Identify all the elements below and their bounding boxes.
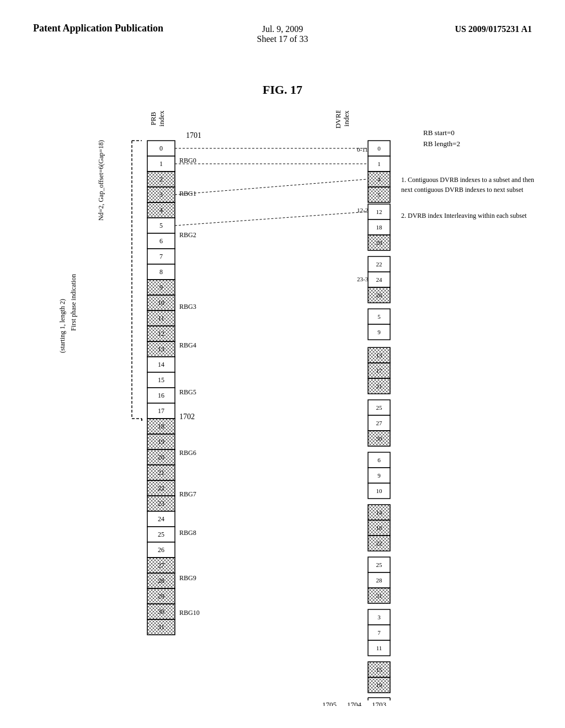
diagram-svg: PRB index 1701 0 1 RBG0 2 3 RBG1 4 5 xyxy=(22,110,554,706)
cell-1: 1 xyxy=(159,160,163,168)
note-1-text-2: next contiguous DVRB indexes to next sub… xyxy=(401,186,524,194)
cell-3: 3 xyxy=(159,191,163,199)
cell-21: 21 xyxy=(158,469,164,477)
prb-index-label: PRB xyxy=(149,111,157,125)
figure-title: FIG. 17 xyxy=(0,83,565,97)
cell-16: 16 xyxy=(158,392,164,399)
note-2-text: 2. DVRB index Interleaving within each s… xyxy=(401,212,527,220)
dvrb-30: 5 xyxy=(377,313,381,320)
header: Patent Application Publication Jul. 9, 2… xyxy=(0,22,565,44)
cell-6: 6 xyxy=(159,237,163,245)
publication-date: Jul. 9, 2009 Sheet 17 of 33 xyxy=(199,22,365,44)
label-1704: 1704 xyxy=(347,700,362,706)
cell-29: 29 xyxy=(158,592,164,600)
dvrb-90: 3 xyxy=(377,614,381,620)
cell-19: 19 xyxy=(158,438,164,446)
cell-31: 31 xyxy=(158,623,164,631)
cell-0: 0 xyxy=(159,144,163,152)
cell-15: 15 xyxy=(158,376,164,384)
rbg2-label: RBG2 xyxy=(179,231,196,239)
cell-17: 17 xyxy=(158,407,164,415)
cell-12: 12 xyxy=(158,330,164,338)
cell-20: 20 xyxy=(158,453,164,461)
cell-2: 2 xyxy=(159,175,163,183)
svg-line-73 xyxy=(175,212,367,226)
prb-index-label2: index xyxy=(157,110,166,126)
starting-label: (starting 1, length 2) xyxy=(58,299,66,353)
dvrb-13: 18 xyxy=(376,224,383,231)
cell-10: 10 xyxy=(158,299,164,307)
note-1-text: 1. Contiguous DVRB indexes to a subset a… xyxy=(401,176,534,184)
dvrb-21: 24 xyxy=(376,276,383,283)
cell-23: 23 xyxy=(158,500,164,507)
dvrb-20: 22 xyxy=(376,261,382,267)
cell-26: 26 xyxy=(158,546,164,554)
dvrb-80: 25 xyxy=(376,561,383,568)
dvrb-0: 0 xyxy=(377,145,381,152)
dvrb-50: 25 xyxy=(376,404,383,411)
cell-14: 14 xyxy=(158,361,164,368)
dvrb-3: 5 xyxy=(377,191,381,198)
cell-28: 28 xyxy=(158,577,164,585)
dvrb-40: 13 xyxy=(376,352,383,358)
dvrb-82: 31 xyxy=(376,592,382,599)
cell-9: 9 xyxy=(159,283,163,291)
dvrb-range-0-11: 0-11 xyxy=(357,146,368,153)
dvrb-52: 30 xyxy=(376,435,383,442)
dvrb-60: 6 xyxy=(377,457,381,463)
dvrb-31: 9 xyxy=(377,329,381,335)
rbg4-label: RBG4 xyxy=(179,341,196,349)
dvrb-index-label: DVRB xyxy=(334,110,342,129)
rbg7-label: RBG7 xyxy=(179,490,196,498)
dvrb-62: 10 xyxy=(376,488,383,494)
label-1701: 1701 xyxy=(186,131,201,140)
dvrb-22: 26 xyxy=(376,292,383,298)
dvrb-42: 21 xyxy=(376,383,382,389)
cell-4: 4 xyxy=(159,206,163,214)
dvrb-14: 20 xyxy=(376,239,383,246)
cell-24: 24 xyxy=(158,515,164,523)
diagram-area: PRB index 1701 0 1 RBG0 2 3 RBG1 4 5 xyxy=(22,110,554,706)
patent-number: US 2009/0175231 A1 xyxy=(366,22,532,34)
dvrb-2: 4 xyxy=(377,176,381,183)
cell-7: 7 xyxy=(159,253,163,260)
dvrb-72: 22 xyxy=(376,540,382,547)
dvrb-71: 18 xyxy=(376,524,383,531)
dvrb-91: 7 xyxy=(377,629,381,636)
dvrb-92: 11 xyxy=(376,645,382,651)
cell-11: 11 xyxy=(158,314,164,322)
cell-5: 5 xyxy=(159,222,163,229)
dvrb-51: 27 xyxy=(376,420,383,426)
label-1702: 1702 xyxy=(179,413,195,421)
rb-start-label: RB start=0 xyxy=(423,129,455,137)
dvrb-100: 15 xyxy=(376,666,383,673)
cell-13: 13 xyxy=(158,345,164,353)
rbg9-label: RBG9 xyxy=(179,574,196,582)
dvrb-81: 28 xyxy=(376,577,383,584)
nd-formula: Nd=2, Gap_offset=6(Gap=18) xyxy=(97,140,105,221)
cell-30: 30 xyxy=(158,608,164,615)
cell-25: 25 xyxy=(158,531,164,538)
cell-8: 8 xyxy=(159,268,163,276)
label-1705: 1705 xyxy=(322,700,337,706)
rbg5-label: RBG5 xyxy=(179,388,196,396)
dvrb-61: 9 xyxy=(377,472,381,479)
dvrb-101: 19 xyxy=(376,682,383,688)
rb-length-label: RB length=2 xyxy=(423,140,460,148)
dvrb-41: 17 xyxy=(376,367,383,374)
page: Patent Application Publication Jul. 9, 2… xyxy=(0,0,565,728)
cell-27: 27 xyxy=(158,561,164,569)
first-phase-label: First phase indication xyxy=(70,274,77,331)
rbg8-label: RBG8 xyxy=(179,529,196,537)
svg-line-72 xyxy=(175,179,367,195)
label-1703: 1703 xyxy=(372,700,386,706)
rbg3-label: RBG3 xyxy=(179,303,196,311)
publication-title: Patent Application Publication xyxy=(33,22,199,35)
dvrb-12: 12 xyxy=(376,208,382,215)
rbg6-label: RBG6 xyxy=(179,449,196,457)
sheet-info: Sheet 17 of 33 xyxy=(257,34,308,44)
cell-22: 22 xyxy=(158,484,164,492)
cell-18: 18 xyxy=(158,422,164,430)
dvrb-70: 14 xyxy=(376,509,383,516)
dvrb-1: 1 xyxy=(377,160,381,167)
